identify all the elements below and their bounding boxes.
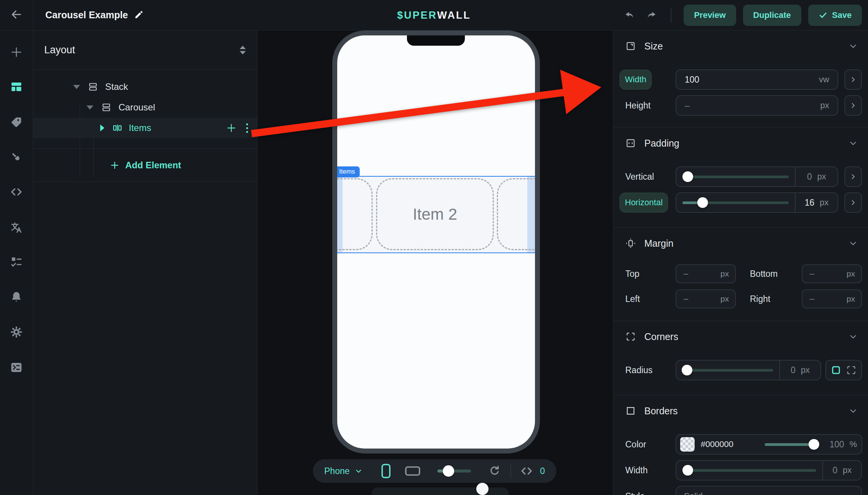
landscape-mode-icon[interactable] (405, 465, 421, 477)
padding-icon (625, 138, 636, 148)
height-unit: px (820, 101, 829, 110)
vertical-unit: px (817, 172, 826, 182)
save-button[interactable]: Save (808, 5, 862, 26)
individual-radius-icon[interactable] (846, 364, 857, 376)
back-button[interactable] (0, 0, 33, 30)
vertical-label: Vertical (620, 172, 654, 182)
refresh-icon[interactable] (488, 465, 501, 477)
stack-icon (101, 102, 112, 113)
border-style-select[interactable]: Solid (676, 486, 862, 495)
add-element-button[interactable]: Add Element (33, 149, 257, 182)
more-options-icon[interactable] (246, 123, 248, 133)
margin-bottom-input[interactable]: – px (802, 264, 862, 283)
horizontal-unit: px (820, 198, 828, 208)
height-input[interactable]: – px (676, 95, 838, 116)
uniform-radius-icon[interactable] (830, 364, 842, 376)
color-swatch[interactable] (680, 437, 695, 452)
tree-item-items[interactable]: Items (33, 118, 257, 138)
width-unit-chip[interactable]: Width (620, 70, 652, 89)
translate-icon[interactable] (9, 220, 24, 235)
radius-unit: px (801, 365, 810, 375)
section-title: Margin (644, 238, 673, 249)
code-icon[interactable] (9, 185, 24, 199)
tag-icon[interactable] (9, 115, 24, 129)
redo-button[interactable] (644, 8, 658, 22)
duplicate-button[interactable]: Duplicate (743, 5, 801, 26)
borders-section: Borders Color #000000 (613, 395, 868, 495)
carousel-item-current[interactable]: Item 2 (376, 178, 494, 250)
width-value: 100 (685, 75, 699, 85)
margin-top-input[interactable]: – px (676, 264, 736, 283)
layout-icon[interactable] (9, 80, 24, 94)
collapse-caret-icon[interactable] (86, 105, 93, 110)
zoom-slider[interactable] (437, 469, 471, 473)
carousel-item-text: Item 2 (413, 205, 457, 224)
horizontal-padding-slider[interactable]: 16 px (676, 192, 838, 213)
margin-left-input[interactable]: – px (676, 289, 736, 308)
carousel-item-previous (337, 178, 373, 250)
zoom-slider-handle[interactable] (443, 465, 454, 477)
chevron-down-icon[interactable] (848, 238, 858, 248)
margin-section: Margin Top – px Bottom – px Left (613, 228, 868, 321)
height-label: Height (620, 101, 650, 111)
tree-item-label: Stack (105, 81, 128, 92)
chevron-down-icon[interactable] (848, 406, 858, 416)
expand-caret-icon[interactable] (100, 125, 104, 131)
view-code-icon[interactable] (520, 465, 533, 477)
add-child-icon[interactable] (226, 122, 237, 134)
carousel-items-icon (112, 123, 123, 133)
vertical-padding-slider[interactable]: 0 px (676, 166, 838, 187)
border-opacity-slider[interactable] (759, 435, 824, 454)
border-style-label: Style (620, 491, 645, 495)
border-width-value: 0 (833, 465, 838, 476)
tree-item-stack[interactable]: Stack (33, 77, 257, 97)
gear-icon[interactable] (9, 325, 24, 339)
device-select[interactable]: Phone (324, 466, 363, 476)
section-title: Borders (644, 406, 678, 417)
vertical-padding-expand-button[interactable] (844, 166, 862, 187)
width-input[interactable]: 100 vw (676, 69, 838, 90)
phone-notch (407, 35, 465, 46)
add-icon[interactable] (9, 45, 24, 59)
tree-item-carousel[interactable]: Carousel (33, 97, 257, 118)
width-expand-button[interactable] (844, 69, 862, 90)
border-color-hex: #000000 (695, 439, 733, 449)
collapse-caret-icon[interactable] (73, 85, 80, 89)
height-expand-button[interactable] (844, 95, 862, 116)
border-opacity-unit: % (849, 439, 857, 449)
undo-button[interactable] (623, 8, 637, 22)
horizontal-padding-expand-button[interactable] (844, 192, 862, 213)
terminal-icon[interactable] (9, 360, 24, 375)
chevron-down-icon[interactable] (848, 41, 858, 51)
radius-label: Radius (620, 365, 653, 375)
superwall-editor: Carousel Example $UPERWALL Preview Dupli… (0, 0, 868, 495)
chevron-down-icon (354, 467, 363, 475)
topbar-divider (671, 8, 671, 23)
preview-button[interactable]: Preview (684, 5, 736, 26)
horizontal-padding-chip[interactable]: Horizontal (620, 193, 668, 212)
margin-left-label: Left (620, 294, 640, 304)
sort-icon[interactable] (240, 46, 246, 54)
paintbrush-icon[interactable] (9, 150, 24, 164)
chevron-down-icon[interactable] (848, 332, 858, 342)
height-value: – (685, 101, 690, 111)
border-width-slider[interactable]: 0 px (676, 460, 862, 481)
chevron-down-icon[interactable] (848, 138, 858, 148)
radius-slider[interactable]: 0 px (676, 360, 821, 380)
border-color-control: #000000 100 % (676, 434, 862, 455)
checklist-icon[interactable] (9, 255, 24, 269)
horizontal-value: 16 (805, 198, 815, 208)
check-icon (818, 11, 828, 20)
canvas[interactable]: Items Item 2 (258, 30, 613, 495)
section-title: Padding (644, 138, 679, 149)
border-color-picker[interactable]: #000000 (676, 435, 759, 454)
portrait-mode-icon[interactable] (380, 463, 392, 479)
margin-top-label: Top (620, 269, 639, 279)
layer-tree: Stack Carousel Items (33, 70, 257, 182)
selection-box[interactable]: Item 2 (337, 176, 535, 253)
margin-right-input[interactable]: – px (802, 289, 862, 308)
edit-title-icon[interactable] (134, 10, 144, 21)
phone-screen[interactable]: Items Item 2 (337, 35, 535, 449)
bell-icon[interactable] (9, 290, 24, 304)
padding-section: Padding Vertical 0 px (613, 128, 868, 228)
